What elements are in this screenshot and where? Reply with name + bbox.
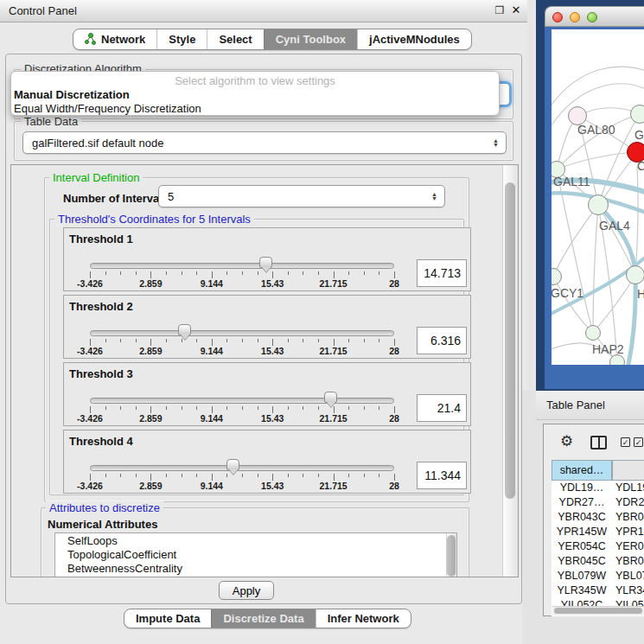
slider-tick-label: 15.43 <box>261 481 284 491</box>
node-attribute-table: shared…na YDL19…YDL19YDR27…YDR27YBR043CY… <box>552 460 644 616</box>
table-row[interactable]: YPR145WYPR14 <box>552 526 644 540</box>
slider-tick <box>258 339 258 342</box>
table-row[interactable]: YDL19…YDL19 <box>552 481 644 496</box>
tab-jactivemnodules[interactable]: jActiveMNodules <box>357 29 471 49</box>
gear-icon[interactable]: ⚙ <box>560 432 573 450</box>
tab-infer-network[interactable]: Infer Network <box>316 609 411 628</box>
table-row[interactable]: YDR27…YDR27 <box>552 496 644 511</box>
slider-tick <box>196 474 197 477</box>
tab-style[interactable]: Style <box>156 29 207 49</box>
network-node-label: GAL80 <box>577 123 615 137</box>
slider-tick <box>136 339 137 342</box>
zoom-traffic-light-icon[interactable] <box>587 12 597 22</box>
slider-tick-label: 28 <box>389 278 399 289</box>
slider-tick <box>182 271 182 275</box>
attributes-scrollbar-thumb[interactable] <box>447 535 456 577</box>
network-node[interactable] <box>626 265 644 284</box>
network-canvas[interactable]: GAL80GACGAL11GAL4GCY1HHAP2 <box>552 29 644 365</box>
algorithm-option[interactable]: Equal Width/Frequency Discretization <box>14 102 498 116</box>
close-traffic-light-icon[interactable] <box>552 12 563 22</box>
table-cell-name: YDR27 <box>612 496 644 511</box>
slider-tick-label: -3.426 <box>77 413 103 424</box>
close-icon[interactable]: ✕ <box>509 3 523 17</box>
tab-discretize-data[interactable]: Discretize Data <box>211 609 315 628</box>
float-window-icon[interactable]: ❐ <box>493 3 507 17</box>
tab-cyni-toolbox[interactable]: Cyni Toolbox <box>264 29 357 49</box>
combobox-stepper-icon: ▲▼ <box>431 192 437 201</box>
checkbox-icon[interactable]: ✓ <box>621 437 630 447</box>
tab-impute-data[interactable]: Impute Data <box>124 609 211 628</box>
minimize-traffic-light-icon[interactable] <box>570 12 580 22</box>
slider-tick <box>318 474 319 477</box>
table-cell-shared-name: YBR043C <box>552 511 612 526</box>
threshold-slider-handle[interactable] <box>324 392 337 403</box>
numerical-attributes-list[interactable]: SelfLoopsTopologicalCoefficientBetweenne… <box>54 532 457 577</box>
table-data-combobox[interactable]: galFiltered.sif default node ▲▼ <box>22 131 507 154</box>
threshold-value-field[interactable]: 14.713 <box>417 259 467 287</box>
slider-tick-label: 9.144 <box>201 278 223 289</box>
threshold-panel: Threshold 2-3.4262.8599.14415.4321.71528… <box>63 295 471 359</box>
network-window-titlebar[interactable] <box>545 6 644 27</box>
tab-label: Style <box>169 33 195 46</box>
threshold-slider-handle[interactable] <box>226 459 239 470</box>
threshold-slider-handle[interactable] <box>259 257 272 268</box>
network-node[interactable] <box>630 105 644 124</box>
slider-tick-label: 28 <box>389 481 399 491</box>
apply-button[interactable]: Apply <box>219 581 274 600</box>
threshold-slider-track[interactable] <box>90 263 394 269</box>
table-hscrollbar-thumb[interactable] <box>554 608 642 614</box>
slider-tick <box>379 271 379 275</box>
tab-network[interactable]: Network <box>73 29 156 49</box>
table-row[interactable]: YBR043CYBR04 <box>552 511 644 526</box>
attribute-list-item[interactable]: BetweennessCentrality <box>55 561 456 575</box>
table-cell-name: YBR04 <box>612 511 644 526</box>
network-node-label: GAL4 <box>599 219 630 233</box>
tab-label: Network <box>101 33 145 46</box>
attribute-list-item[interactable]: TopologicalCoefficient <box>55 547 456 561</box>
table-column-header[interactable]: na <box>612 460 644 481</box>
table-row[interactable]: YER054CYER05 <box>552 540 644 555</box>
slider-tick <box>334 474 335 481</box>
table-data-group-label: Table Data <box>21 115 81 128</box>
threshold-slider-handle[interactable] <box>178 324 191 335</box>
number-of-intervals-combobox[interactable]: 5 ▲▼ <box>158 185 445 207</box>
slider-tick-label: 21.715 <box>320 413 348 424</box>
settings-scrollbar-thumb[interactable] <box>505 182 515 499</box>
threshold-slider-track[interactable] <box>90 465 394 471</box>
slider-tick <box>196 271 197 275</box>
slider-tick <box>258 474 258 477</box>
slider-tick <box>226 474 227 477</box>
table-row[interactable]: YBL079WYBL07 <box>552 570 644 584</box>
threshold-value-field[interactable]: 21.4 <box>417 394 467 422</box>
table-row[interactable]: YIL052CYIL05 <box>552 599 644 606</box>
slider-tick <box>120 271 121 275</box>
slider-tick <box>394 406 395 413</box>
threshold-slider-track[interactable] <box>90 330 394 336</box>
table-column-header[interactable]: shared… <box>552 460 612 481</box>
algorithm-option[interactable]: Manual Discretization <box>14 88 498 102</box>
slider-tick <box>394 339 395 346</box>
slider-tick <box>226 339 227 342</box>
attribute-list-item[interactable]: SelfLoops <box>55 533 456 547</box>
checkbox-icon[interactable]: ✓ <box>634 437 643 447</box>
network-node[interactable] <box>585 325 601 341</box>
bottom-tab-bar: Impute DataDiscretize DataInfer Network <box>124 609 411 628</box>
slider-tick <box>166 339 167 342</box>
table-cell-name: YBR04 <box>612 555 644 570</box>
table-row[interactable]: YLR345WYLR34 <box>552 584 644 599</box>
tab-select[interactable]: Select <box>207 29 263 49</box>
threshold-value-field[interactable]: 6.316 <box>417 327 467 354</box>
interval-definition-group-label: Interval Definition <box>49 171 143 184</box>
table-cell-shared-name: YER054C <box>552 540 612 555</box>
split-columns-icon[interactable] <box>590 436 607 450</box>
threshold-value-field[interactable]: 11.344 <box>417 462 467 489</box>
table-panel-title: Table Panel <box>546 399 605 411</box>
network-node[interactable] <box>588 194 609 215</box>
settings-scroll-panel: Interval Definition Number of Intervals … <box>10 164 519 577</box>
threshold-panel: Threshold 4-3.4262.8599.14415.4321.71528… <box>63 430 471 494</box>
slider-tick <box>348 406 349 410</box>
slider-tick <box>272 406 273 413</box>
table-row[interactable]: YBR045CYBR04 <box>552 555 644 570</box>
threshold-slider-track[interactable] <box>90 398 394 404</box>
slider-tick <box>288 339 289 342</box>
